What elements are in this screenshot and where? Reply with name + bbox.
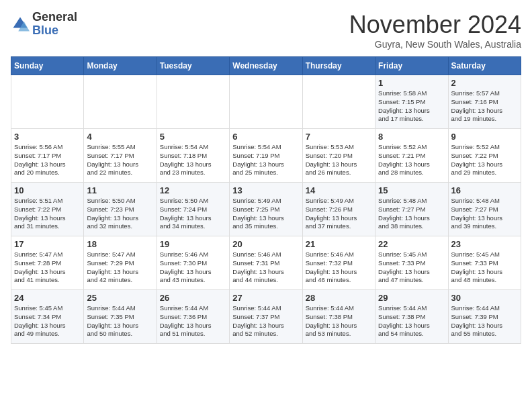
calendar-header: SundayMondayTuesdayWednesdayThursdayFrid… [11, 57, 521, 75]
day-info: Sunrise: 5:47 AM Sunset: 7:28 PM Dayligh… [14, 250, 81, 285]
calendar-cell: 4Sunrise: 5:55 AM Sunset: 7:17 PM Daylig… [84, 129, 157, 183]
location: Guyra, New South Wales, Australia [349, 39, 521, 50]
day-number: 19 [160, 239, 226, 249]
day-number: 1 [378, 78, 445, 88]
calendar-cell [157, 75, 229, 129]
calendar-cell: 29Sunrise: 5:44 AM Sunset: 7:38 PM Dayli… [375, 290, 448, 344]
calendar-cell: 23Sunrise: 5:45 AM Sunset: 7:33 PM Dayli… [448, 236, 521, 290]
day-info: Sunrise: 5:46 AM Sunset: 7:30 PM Dayligh… [160, 250, 226, 285]
weekday-header-wednesday: Wednesday [230, 57, 302, 75]
calendar-cell: 2Sunrise: 5:57 AM Sunset: 7:16 PM Daylig… [448, 75, 521, 129]
day-info: Sunrise: 5:57 AM Sunset: 7:16 PM Dayligh… [451, 89, 518, 124]
day-info: Sunrise: 5:44 AM Sunset: 7:35 PM Dayligh… [87, 304, 153, 338]
logo-blue-text: Blue [32, 24, 77, 38]
day-number: 26 [160, 293, 226, 303]
day-number: 16 [451, 185, 518, 195]
day-info: Sunrise: 5:51 AM Sunset: 7:22 PM Dayligh… [14, 197, 81, 231]
calendar-cell: 19Sunrise: 5:46 AM Sunset: 7:30 PM Dayli… [157, 236, 229, 290]
calendar-table: SundayMondayTuesdayWednesdayThursdayFrid… [11, 56, 521, 344]
page-header: General Blue November 2024 Guyra, New So… [11, 11, 521, 50]
day-number: 15 [378, 185, 445, 195]
calendar-cell: 3Sunrise: 5:56 AM Sunset: 7:17 PM Daylig… [11, 129, 84, 183]
weekday-header-friday: Friday [375, 57, 448, 75]
weekday-header-saturday: Saturday [448, 57, 521, 75]
day-number: 5 [160, 132, 226, 142]
calendar-cell: 27Sunrise: 5:44 AM Sunset: 7:37 PM Dayli… [230, 290, 302, 344]
day-info: Sunrise: 5:44 AM Sunset: 7:38 PM Dayligh… [378, 304, 445, 338]
calendar-cell: 16Sunrise: 5:48 AM Sunset: 7:27 PM Dayli… [448, 183, 521, 236]
day-number: 29 [378, 293, 445, 303]
day-number: 30 [451, 293, 518, 303]
calendar-cell [230, 75, 302, 129]
calendar-cell: 15Sunrise: 5:48 AM Sunset: 7:27 PM Dayli… [375, 183, 448, 236]
day-info: Sunrise: 5:45 AM Sunset: 7:33 PM Dayligh… [451, 250, 518, 285]
calendar-cell [84, 75, 157, 129]
calendar-cell: 25Sunrise: 5:44 AM Sunset: 7:35 PM Dayli… [84, 290, 157, 344]
title-block: November 2024 Guyra, New South Wales, Au… [349, 11, 521, 50]
day-info: Sunrise: 5:49 AM Sunset: 7:25 PM Dayligh… [232, 197, 299, 231]
logo-icon [11, 15, 30, 34]
day-info: Sunrise: 5:52 AM Sunset: 7:22 PM Dayligh… [451, 143, 518, 177]
day-info: Sunrise: 5:48 AM Sunset: 7:27 PM Dayligh… [451, 197, 518, 231]
calendar-cell: 12Sunrise: 5:50 AM Sunset: 7:24 PM Dayli… [157, 183, 229, 236]
calendar-week-1: 1Sunrise: 5:58 AM Sunset: 7:15 PM Daylig… [11, 75, 521, 129]
day-number: 10 [14, 185, 81, 195]
day-info: Sunrise: 5:48 AM Sunset: 7:27 PM Dayligh… [378, 197, 445, 231]
calendar-cell: 28Sunrise: 5:44 AM Sunset: 7:38 PM Dayli… [302, 290, 375, 344]
calendar-cell: 13Sunrise: 5:49 AM Sunset: 7:25 PM Dayli… [230, 183, 302, 236]
calendar-cell: 6Sunrise: 5:54 AM Sunset: 7:19 PM Daylig… [230, 129, 302, 183]
day-number: 23 [451, 239, 518, 249]
calendar-cell: 22Sunrise: 5:45 AM Sunset: 7:33 PM Dayli… [375, 236, 448, 290]
calendar-cell: 9Sunrise: 5:52 AM Sunset: 7:22 PM Daylig… [448, 129, 521, 183]
day-number: 11 [87, 185, 153, 195]
day-number: 25 [87, 293, 153, 303]
weekday-header-monday: Monday [84, 57, 157, 75]
weekday-header-sunday: Sunday [11, 57, 84, 75]
day-info: Sunrise: 5:54 AM Sunset: 7:19 PM Dayligh… [232, 143, 299, 177]
calendar-cell [11, 75, 84, 129]
calendar-cell: 24Sunrise: 5:45 AM Sunset: 7:34 PM Dayli… [11, 290, 84, 344]
day-number: 13 [232, 185, 299, 195]
calendar-cell: 18Sunrise: 5:47 AM Sunset: 7:29 PM Dayli… [84, 236, 157, 290]
calendar-cell: 26Sunrise: 5:44 AM Sunset: 7:36 PM Dayli… [157, 290, 229, 344]
calendar-cell: 14Sunrise: 5:49 AM Sunset: 7:26 PM Dayli… [302, 183, 375, 236]
day-number: 24 [14, 293, 81, 303]
calendar-cell: 11Sunrise: 5:50 AM Sunset: 7:23 PM Dayli… [84, 183, 157, 236]
calendar-week-4: 17Sunrise: 5:47 AM Sunset: 7:28 PM Dayli… [11, 236, 521, 290]
month-title: November 2024 [349, 11, 521, 39]
calendar-cell: 5Sunrise: 5:54 AM Sunset: 7:18 PM Daylig… [157, 129, 229, 183]
day-number: 2 [451, 78, 518, 88]
day-info: Sunrise: 5:45 AM Sunset: 7:33 PM Dayligh… [378, 250, 445, 285]
day-number: 18 [87, 239, 153, 249]
day-info: Sunrise: 5:55 AM Sunset: 7:17 PM Dayligh… [87, 143, 153, 177]
day-number: 28 [306, 293, 372, 303]
day-info: Sunrise: 5:50 AM Sunset: 7:23 PM Dayligh… [87, 197, 153, 231]
calendar-cell: 10Sunrise: 5:51 AM Sunset: 7:22 PM Dayli… [11, 183, 84, 236]
calendar-cell: 30Sunrise: 5:44 AM Sunset: 7:39 PM Dayli… [448, 290, 521, 344]
day-info: Sunrise: 5:44 AM Sunset: 7:39 PM Dayligh… [451, 304, 518, 338]
calendar-cell: 7Sunrise: 5:53 AM Sunset: 7:20 PM Daylig… [302, 129, 375, 183]
day-number: 8 [378, 132, 445, 142]
day-number: 27 [232, 293, 299, 303]
calendar-cell: 21Sunrise: 5:46 AM Sunset: 7:32 PM Dayli… [302, 236, 375, 290]
calendar-cell [302, 75, 375, 129]
day-number: 21 [306, 239, 372, 249]
day-info: Sunrise: 5:49 AM Sunset: 7:26 PM Dayligh… [306, 197, 372, 231]
day-number: 3 [14, 132, 81, 142]
calendar-week-5: 24Sunrise: 5:45 AM Sunset: 7:34 PM Dayli… [11, 290, 521, 344]
day-number: 7 [306, 132, 372, 142]
day-info: Sunrise: 5:53 AM Sunset: 7:20 PM Dayligh… [306, 143, 372, 177]
day-number: 9 [451, 132, 518, 142]
day-info: Sunrise: 5:44 AM Sunset: 7:36 PM Dayligh… [160, 304, 226, 338]
day-info: Sunrise: 5:44 AM Sunset: 7:38 PM Dayligh… [306, 304, 372, 338]
calendar-cell: 17Sunrise: 5:47 AM Sunset: 7:28 PM Dayli… [11, 236, 84, 290]
day-info: Sunrise: 5:50 AM Sunset: 7:24 PM Dayligh… [160, 197, 226, 231]
calendar-week-3: 10Sunrise: 5:51 AM Sunset: 7:22 PM Dayli… [11, 183, 521, 236]
weekday-header-thursday: Thursday [302, 57, 375, 75]
day-number: 17 [14, 239, 81, 249]
calendar-cell: 1Sunrise: 5:58 AM Sunset: 7:15 PM Daylig… [375, 75, 448, 129]
day-number: 12 [160, 185, 226, 195]
day-info: Sunrise: 5:56 AM Sunset: 7:17 PM Dayligh… [14, 143, 81, 177]
day-number: 4 [87, 132, 153, 142]
day-info: Sunrise: 5:45 AM Sunset: 7:34 PM Dayligh… [14, 304, 81, 338]
